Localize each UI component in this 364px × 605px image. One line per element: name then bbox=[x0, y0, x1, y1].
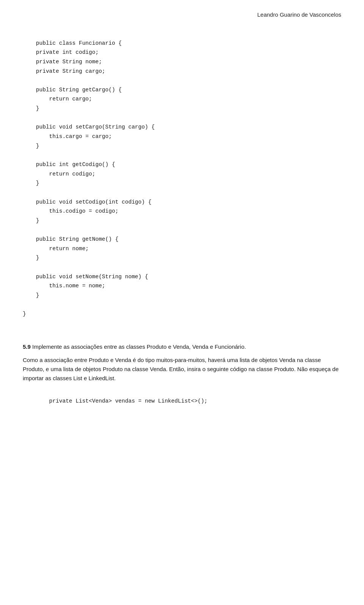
page-header: Leandro Guarino de Vasconcelos bbox=[23, 11, 341, 18]
section-heading-text: Implemente as associações entre as class… bbox=[31, 343, 246, 350]
section-5-9-heading: 5.9 Implemente as associações entre as c… bbox=[23, 343, 341, 350]
section-5-9-paragraph: Como a associação entre Produto e Venda … bbox=[23, 356, 341, 383]
code-text: public class Funcionario { private int c… bbox=[23, 40, 155, 317]
section-number: 5.9 bbox=[23, 343, 31, 350]
vendas-code-line: private List<Venda> vendas = new LinkedL… bbox=[23, 387, 341, 415]
author-name: Leandro Guarino de Vasconcelos bbox=[257, 11, 341, 18]
funcionario-class-code: public class Funcionario { private int c… bbox=[23, 29, 341, 328]
page: Leandro Guarino de Vasconcelos public cl… bbox=[0, 0, 364, 605]
code-line-text: private List<Venda> vendas = new LinkedL… bbox=[36, 398, 207, 404]
